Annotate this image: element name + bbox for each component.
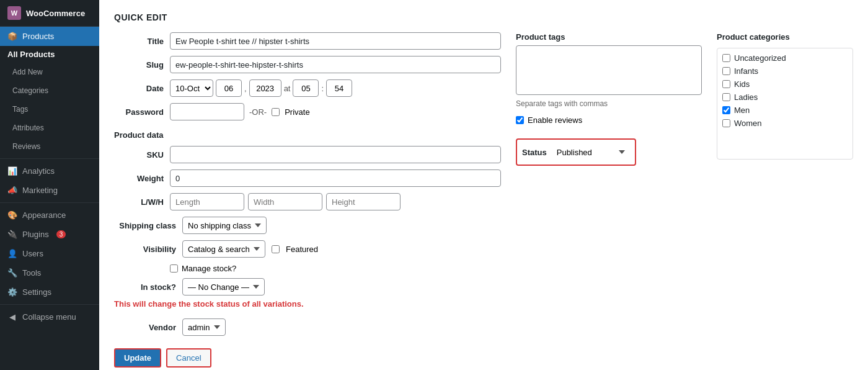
weight-row: Weight bbox=[114, 169, 501, 187]
enable-reviews-label: Enable reviews bbox=[528, 115, 582, 125]
marketing-icon: 📣 bbox=[7, 186, 17, 195]
product-data-title: Product data bbox=[114, 130, 501, 140]
visibility-row: Visibility Catalog & search Catalog Sear… bbox=[114, 240, 501, 258]
vendor-row: Vendor admin bbox=[114, 318, 501, 336]
update-button[interactable]: Update bbox=[114, 348, 161, 368]
private-checkbox[interactable] bbox=[272, 108, 280, 116]
settings-label: Settings bbox=[22, 287, 51, 297]
length-input[interactable] bbox=[170, 193, 244, 210]
dimensions-fields bbox=[170, 193, 401, 210]
qe-left-column: Title Slug Date 10-Oct , bbox=[114, 32, 501, 368]
collapse-icon: ◀ bbox=[7, 312, 17, 322]
shipping-select[interactable]: No shipping class bbox=[182, 217, 267, 234]
sidebar-item-add-new[interactable]: Add New bbox=[0, 63, 99, 81]
brand-header: W WooCommerce bbox=[0, 0, 99, 27]
lwh-label: L/W/H bbox=[114, 197, 164, 207]
qe-middle-column: Product tags Separate tags with commas E… bbox=[516, 32, 702, 368]
password-fields: -OR- Private bbox=[170, 103, 310, 120]
stock-warning: This will change the stock status of all… bbox=[114, 299, 501, 309]
date-year-input[interactable] bbox=[249, 79, 281, 97]
appearance-icon: 🎨 bbox=[7, 210, 17, 220]
private-label: Private bbox=[285, 107, 309, 117]
date-hour-input[interactable] bbox=[293, 79, 319, 97]
marketing-label: Marketing bbox=[22, 186, 58, 195]
cat-label-women: Women bbox=[734, 119, 762, 128]
sidebar-item-categories[interactable]: Categories bbox=[0, 81, 99, 100]
password-label: Password bbox=[114, 107, 164, 117]
cat-item-men: Men bbox=[722, 106, 848, 115]
status-label: Status bbox=[522, 148, 547, 157]
visibility-select[interactable]: Catalog & search Catalog Search Hidden bbox=[182, 240, 265, 258]
sidebar-item-tools[interactable]: 🔧 Tools bbox=[0, 263, 99, 282]
cat-item-kids: Kids bbox=[722, 79, 848, 89]
sidebar-item-appearance[interactable]: 🎨 Appearance bbox=[0, 205, 99, 225]
weight-input[interactable] bbox=[170, 169, 501, 187]
tags-label: Tags bbox=[12, 105, 28, 114]
date-month-select[interactable]: 10-Oct bbox=[170, 79, 213, 97]
cat-checkbox-men[interactable] bbox=[722, 106, 730, 114]
sidebar-item-analytics[interactable]: 📊 Analytics bbox=[0, 161, 99, 181]
date-at: at bbox=[284, 84, 291, 93]
date-day-input[interactable] bbox=[216, 79, 242, 97]
shipping-label: Shipping class bbox=[114, 221, 176, 230]
password-row: Password -OR- Private bbox=[114, 103, 501, 120]
sidebar: W WooCommerce 📦 Products All Products Ad… bbox=[0, 0, 99, 370]
featured-checkbox[interactable] bbox=[272, 245, 280, 253]
slug-input[interactable] bbox=[170, 56, 501, 73]
cat-checkbox-uncategorized[interactable] bbox=[722, 54, 730, 62]
sidebar-item-products[interactable]: 📦 Products bbox=[0, 27, 99, 46]
cat-checkbox-kids[interactable] bbox=[722, 80, 730, 88]
add-new-label: Add New bbox=[12, 68, 43, 76]
title-row: Title bbox=[114, 32, 501, 50]
users-label: Users bbox=[22, 249, 43, 258]
date-row: Date 10-Oct , at : bbox=[114, 79, 501, 97]
tools-icon: 🔧 bbox=[7, 268, 17, 278]
sidebar-item-all-products[interactable]: All Products bbox=[0, 46, 99, 63]
date-colon: : bbox=[321, 84, 324, 93]
vendor-select[interactable]: admin bbox=[182, 318, 226, 336]
sidebar-item-users[interactable]: 👤 Users bbox=[0, 244, 99, 263]
in-stock-label: In stock? bbox=[114, 282, 176, 292]
cat-item-infants: Infants bbox=[722, 66, 848, 76]
slug-row: Slug bbox=[114, 56, 501, 73]
collapse-label: Collapse menu bbox=[22, 312, 76, 322]
cat-item-uncategorized: Uncategorized bbox=[722, 53, 848, 63]
sidebar-item-attributes[interactable]: Attributes bbox=[0, 119, 99, 137]
in-stock-select[interactable]: — No Change — In stock Out of stock bbox=[182, 278, 265, 296]
status-select[interactable]: Published Draft Pending Review bbox=[552, 143, 630, 161]
manage-stock-checkbox[interactable] bbox=[170, 264, 178, 273]
height-input[interactable] bbox=[326, 193, 401, 210]
sidebar-item-plugins[interactable]: 🔌 Plugins 3 bbox=[0, 225, 99, 244]
sidebar-item-collapse[interactable]: ◀ Collapse menu bbox=[0, 307, 99, 327]
date-minute-input[interactable] bbox=[326, 79, 352, 97]
products-icon: 📦 bbox=[7, 32, 17, 41]
users-icon: 👤 bbox=[7, 249, 17, 258]
all-products-label: All Products bbox=[7, 50, 55, 59]
title-label: Title bbox=[114, 37, 164, 46]
settings-icon: ⚙️ bbox=[7, 287, 17, 297]
cat-checkbox-ladies[interactable] bbox=[722, 93, 730, 101]
title-input[interactable] bbox=[170, 32, 501, 50]
sku-input[interactable] bbox=[170, 146, 501, 163]
tags-textarea[interactable] bbox=[516, 45, 702, 95]
tags-label: Product tags bbox=[516, 32, 702, 42]
password-input[interactable] bbox=[170, 103, 244, 120]
sku-label: SKU bbox=[114, 150, 164, 160]
sidebar-item-settings[interactable]: ⚙️ Settings bbox=[0, 282, 99, 302]
cancel-button[interactable]: Cancel bbox=[166, 348, 211, 368]
categories-title: Product categories bbox=[717, 32, 853, 42]
analytics-label: Analytics bbox=[22, 166, 55, 176]
sidebar-item-reviews[interactable]: Reviews bbox=[0, 137, 99, 156]
width-input[interactable] bbox=[248, 193, 322, 210]
cat-checkbox-infants[interactable] bbox=[722, 67, 730, 75]
enable-reviews-checkbox[interactable] bbox=[516, 116, 524, 124]
cat-checkbox-women[interactable] bbox=[722, 119, 730, 127]
categories-list: Uncategorized Infants Kids Ladies bbox=[717, 48, 853, 160]
tags-hint: Separate tags with commas bbox=[516, 99, 702, 108]
cat-label-men: Men bbox=[734, 106, 750, 115]
sidebar-item-marketing[interactable]: 📣 Marketing bbox=[0, 181, 99, 200]
brand-name: WooCommerce bbox=[26, 9, 85, 18]
sidebar-label-products: Products bbox=[22, 32, 54, 41]
or-label: -OR- bbox=[249, 107, 267, 117]
sidebar-item-tags[interactable]: Tags bbox=[0, 100, 99, 119]
